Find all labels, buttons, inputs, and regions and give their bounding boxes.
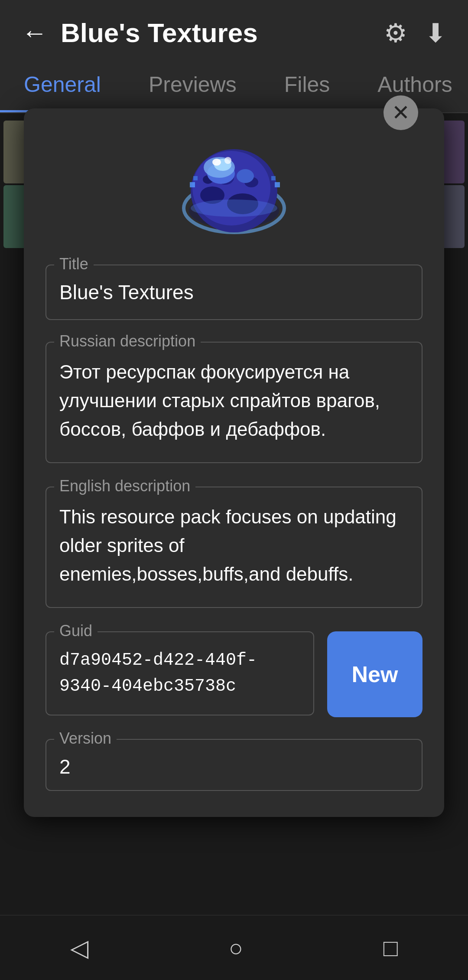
orb-image-container [24, 108, 444, 265]
top-bar: ← Blue's Textures ⚙ ⬇ [0, 0, 468, 57]
version-label: Version [54, 729, 117, 748]
russian-desc-label: Russian description [54, 332, 201, 350]
top-bar-left: ← Blue's Textures [22, 17, 258, 48]
nav-recent-button[interactable]: □ [384, 934, 398, 962]
download-icon[interactable]: ⬇ [425, 18, 446, 48]
guid-field-wrapper: Guid d7a90452-d422-440f-9340-404ebc35738… [46, 631, 314, 717]
nav-home-button[interactable]: ○ [229, 934, 243, 962]
svg-point-13 [212, 159, 221, 166]
svg-rect-17 [275, 182, 280, 187]
svg-rect-18 [193, 176, 198, 180]
back-button[interactable]: ← [22, 20, 48, 46]
title-input[interactable] [46, 265, 422, 320]
title-field-group: Title [46, 265, 422, 320]
nav-back-button[interactable]: ◁ [70, 934, 88, 962]
form-container: ✕ [24, 108, 444, 817]
russian-desc-input[interactable]: Этот ресурспак фокусируется на улучшении… [46, 342, 422, 463]
svg-point-15 [191, 199, 277, 217]
russian-desc-field-group: Russian description Этот ресурспак фокус… [46, 342, 422, 465]
guid-input[interactable]: d7a90452-d422-440f-9340-404ebc35738c [46, 631, 314, 715]
close-button[interactable]: ✕ [384, 95, 418, 130]
english-desc-input[interactable]: This resource pack focuses on updating o… [46, 487, 422, 608]
tab-general[interactable]: General [0, 57, 125, 112]
guid-label: Guid [54, 622, 98, 640]
new-guid-button[interactable]: New [327, 631, 422, 717]
svg-rect-19 [271, 176, 276, 180]
settings-icon[interactable]: ⚙ [384, 18, 407, 48]
svg-point-14 [224, 157, 231, 164]
pixel-orb-image [178, 143, 290, 238]
top-bar-right: ⚙ ⬇ [384, 18, 446, 48]
english-desc-field-group: English description This resource pack f… [46, 487, 422, 610]
english-desc-label: English description [54, 477, 195, 495]
title-label: Title [54, 255, 94, 273]
bottom-nav: ◁ ○ □ [0, 915, 468, 980]
svg-point-10 [237, 169, 254, 183]
guid-row: Guid d7a90452-d422-440f-9340-404ebc35738… [46, 631, 422, 717]
svg-rect-16 [190, 182, 195, 187]
tab-files[interactable]: Files [260, 57, 354, 112]
app-title: Blue's Textures [61, 17, 258, 48]
tab-previews[interactable]: Previews [125, 57, 260, 112]
version-field-group: Version 2 [46, 739, 422, 791]
